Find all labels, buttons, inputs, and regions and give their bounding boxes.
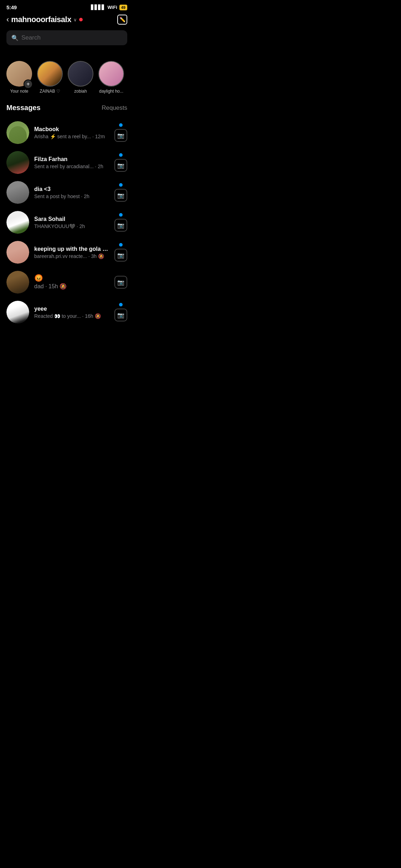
msg-right-yeee: 📷	[114, 303, 127, 321]
msg-right-dad: 📷	[114, 276, 127, 289]
wifi-icon: WiFi	[107, 5, 117, 10]
message-item-dad[interactable]: 😡 dad · 15h 🔕 📷	[0, 267, 134, 297]
note-label-zainab: ZAINAB ♡	[40, 89, 60, 94]
message-list: Macbook Arisha ⚡ sent a reel by... · 12m…	[0, 118, 134, 327]
avatar-dad	[6, 271, 29, 294]
note-item-zobiah[interactable]: main na sehta zobiah	[68, 61, 93, 94]
message-content-dad: 😡 dad · 15h 🔕	[34, 274, 109, 291]
msg-right-sara: 📷	[114, 213, 127, 232]
msg-preview-yeee: Reacted 👀 to your... · 16h 🔕	[34, 313, 109, 319]
msg-name-dad: dad · 15h 🔕	[34, 283, 109, 290]
messages-title: Messages	[6, 104, 41, 112]
message-item-dia[interactable]: dia <3 Sent a post by hoest · 2h 📷	[0, 177, 134, 207]
header: ‹ mahnooorfaisalx ∨	[0, 12, 134, 29]
note-avatar-wrap-daylight	[98, 61, 124, 87]
status-time: 5:49	[6, 4, 17, 10]
message-item-sara[interactable]: Sara Sohail THANKYOUUU🖤 · 2h 📷	[0, 207, 134, 237]
avatar-dia	[6, 181, 29, 204]
search-box[interactable]: 🔍 Search	[6, 30, 127, 45]
note-label-zobiah: zobiah	[74, 89, 87, 94]
avatar-yeee	[6, 301, 29, 324]
note-label-daylight: daylight ho...	[99, 89, 123, 94]
message-content-filza: Filza Farhan Sent a reel by arcadianal..…	[34, 156, 109, 169]
msg-right-filza: 📷	[114, 153, 127, 172]
msg-name-sara: Sara Sohail	[34, 216, 109, 222]
msg-preview-dia: Sent a post by hoest · 2h	[34, 193, 109, 199]
camera-icon-filza[interactable]: 📷	[114, 159, 127, 172]
camera-icon-dad[interactable]: 📷	[114, 276, 127, 289]
note-item-your-note[interactable]: + Your note	[6, 61, 32, 94]
camera-icon-dia[interactable]: 📷	[114, 189, 127, 202]
username-row[interactable]: mahnooorfaisalx ∨	[11, 15, 83, 24]
section-header: Messages Requests	[0, 101, 134, 118]
message-content-sara: Sara Sohail THANKYOUUU🖤 · 2h	[34, 216, 109, 229]
message-item-gola[interactable]: keeping up with the gola gan... bareerah…	[0, 237, 134, 267]
msg-name-gola: keeping up with the gola gan...	[34, 246, 109, 252]
msg-name-macbook: Macbook	[34, 126, 109, 133]
unread-dot-gola	[119, 243, 123, 247]
msg-preview-gola: bareerah.pri.vv reacte... · 3h 🔕	[34, 253, 109, 259]
emoji-dad: 😡	[34, 274, 43, 282]
message-content-gola: keeping up with the gola gan... bareerah…	[34, 246, 109, 259]
add-note-icon: +	[24, 79, 33, 89]
unread-dot-dia	[119, 183, 123, 187]
msg-right-gola: 📷	[114, 243, 127, 262]
unread-dot-macbook	[119, 123, 123, 127]
unread-dot-filza	[119, 153, 123, 157]
camera-icon-yeee[interactable]: 📷	[114, 309, 127, 321]
note-label-your-note: Your note	[10, 89, 29, 94]
search-icon: 🔍	[11, 35, 19, 41]
msg-right-dia: 📷	[114, 183, 127, 202]
note-avatar-wrap-zobiah	[68, 61, 93, 87]
header-left: ‹ mahnooorfaisalx ∨	[6, 15, 83, 24]
note-item-zainab[interactable]: Insta is broken🙂 ZAINAB ♡	[37, 61, 63, 94]
msg-preview-filza: Sent a reel by arcadianal... · 2h	[34, 164, 109, 169]
note-avatar-daylight	[98, 61, 124, 87]
online-indicator	[79, 18, 83, 21]
avatar-filza	[6, 151, 29, 174]
requests-link[interactable]: Requests	[102, 104, 127, 112]
note-avatar-wrap-zainab	[37, 61, 63, 87]
avatar-gola	[6, 241, 29, 264]
search-section: 🔍 Search	[6, 30, 127, 45]
notes-row: + Your note Insta is broken🙂 ZAINAB ♡ ma…	[0, 61, 134, 101]
message-item-filza[interactable]: Filza Farhan Sent a reel by arcadianal..…	[0, 148, 134, 177]
chevron-down-icon: ∨	[73, 17, 77, 22]
avatar-macbook	[6, 121, 29, 144]
camera-icon-macbook[interactable]: 📷	[114, 129, 127, 142]
avatar-sara	[6, 211, 29, 234]
battery-badge: 49	[119, 5, 127, 10]
unread-dot-sara	[119, 213, 123, 217]
msg-preview-macbook: Arisha ⚡ sent a reel by... · 12m	[34, 134, 109, 139]
camera-icon-gola[interactable]: 📷	[114, 249, 127, 262]
msg-name-filza: Filza Farhan	[34, 156, 109, 162]
edit-button[interactable]	[117, 15, 127, 25]
msg-name-yeee: yeee	[34, 306, 109, 312]
status-bar: 5:49 ▋▋▋▋ WiFi 49	[0, 0, 134, 12]
msg-name-dia: dia <3	[34, 186, 109, 192]
message-item-macbook[interactable]: Macbook Arisha ⚡ sent a reel by... · 12m…	[0, 118, 134, 148]
msg-preview-sara: THANKYOUUU🖤 · 2h	[34, 223, 109, 229]
message-content-yeee: yeee Reacted 👀 to your... · 16h 🔕	[34, 306, 109, 319]
signal-icon: ▋▋▋▋	[91, 5, 105, 10]
unread-dot-yeee	[119, 303, 123, 306]
back-button[interactable]: ‹	[6, 16, 9, 24]
username: mahnooorfaisalx	[11, 15, 71, 24]
camera-icon-sara[interactable]: 📷	[114, 219, 127, 232]
note-avatar-wrap: +	[6, 61, 32, 87]
status-icons: ▋▋▋▋ WiFi 49	[91, 5, 127, 10]
msg-right-macbook: 📷	[114, 123, 127, 142]
message-item-yeee[interactable]: yeee Reacted 👀 to your... · 16h 🔕 📷	[0, 297, 134, 327]
note-item-daylight[interactable]: 🎵 Double De...SKYLA...SISTER ... dayligh…	[98, 61, 124, 94]
note-avatar-zainab	[37, 61, 63, 87]
message-content-dia: dia <3 Sent a post by hoest · 2h	[34, 186, 109, 199]
search-input[interactable]: Search	[21, 34, 41, 41]
message-content-macbook: Macbook Arisha ⚡ sent a reel by... · 12m	[34, 126, 109, 139]
note-avatar-zobiah	[68, 61, 93, 87]
